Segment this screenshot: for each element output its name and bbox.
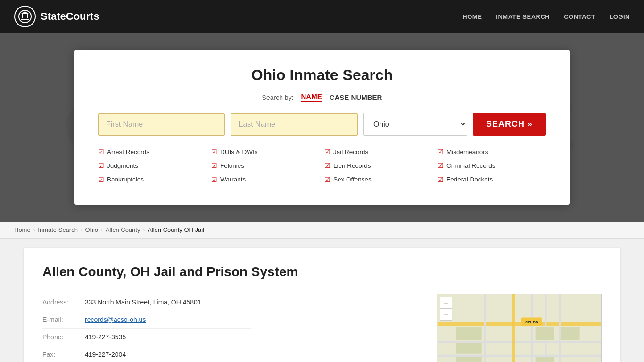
email-link[interactable]: records@acso-oh.us bbox=[85, 316, 146, 323]
checkmark-icon: ☑ bbox=[211, 146, 217, 158]
tab-name[interactable]: NAME bbox=[301, 92, 322, 102]
breadcrumb-sep: › bbox=[81, 227, 83, 233]
last-name-input[interactable] bbox=[231, 113, 357, 136]
tab-case-number[interactable]: CASE NUMBER bbox=[330, 93, 382, 101]
nav-home[interactable]: HOME bbox=[462, 13, 482, 20]
checkbox-arrest-records: ☑ Arrest Records bbox=[98, 146, 206, 158]
svg-rect-1 bbox=[21, 19, 29, 20]
logo-text: StateCourts bbox=[41, 10, 99, 23]
breadcrumb-sep: › bbox=[101, 227, 103, 233]
checkbox-judgments: ☑ Judgments bbox=[98, 160, 206, 172]
checkbox-label: Lien Records bbox=[333, 160, 371, 172]
info-label-email: E-mail: bbox=[42, 311, 85, 329]
checkbox-jail-records: ☑ Jail Records bbox=[324, 146, 433, 158]
svg-rect-9 bbox=[438, 341, 601, 343]
map-zoom-out[interactable]: − bbox=[440, 309, 452, 320]
checkbox-label: Judgments bbox=[107, 160, 138, 172]
breadcrumb-sep: › bbox=[33, 227, 35, 233]
svg-rect-14 bbox=[531, 294, 533, 362]
checkbox-label: Arrest Records bbox=[107, 147, 149, 158]
hero-section: COURTHOUSE Ohio Inmate Search Search by:… bbox=[0, 33, 644, 222]
search-by-label: Search by: bbox=[262, 94, 294, 101]
svg-rect-22 bbox=[536, 327, 554, 340]
info-row-email: E-mail: records@acso-oh.us bbox=[42, 311, 251, 329]
content-left: Address: 333 North Main Street, Lima, OH… bbox=[42, 294, 422, 362]
checkmark-icon: ☑ bbox=[211, 174, 217, 186]
first-name-input[interactable] bbox=[98, 113, 225, 136]
checkbox-label: Criminal Records bbox=[446, 160, 495, 172]
svg-rect-8 bbox=[438, 322, 601, 326]
search-button[interactable]: SEARCH » bbox=[473, 113, 546, 136]
search-by-row: Search by: NAME CASE NUMBER bbox=[98, 92, 546, 102]
logo-icon bbox=[14, 6, 36, 27]
info-value-phone: 419-227-3535 bbox=[85, 329, 251, 346]
svg-rect-4 bbox=[25, 13, 25, 18]
checkbox-criminal-records: ☑ Criminal Records bbox=[438, 160, 546, 172]
content-card: Allen County, OH Jail and Prison System … bbox=[24, 248, 620, 362]
checkbox-felonies: ☑ Felonies bbox=[211, 160, 320, 172]
svg-rect-2 bbox=[22, 18, 28, 18]
logo-area: StateCourts bbox=[14, 6, 99, 27]
svg-rect-5 bbox=[27, 14, 28, 18]
site-header: StateCourts HOME INMATE SEARCH CONTACT L… bbox=[0, 0, 644, 33]
jail-title: Allen County, OH Jail and Prison System bbox=[42, 264, 602, 280]
checkbox-label: Jail Records bbox=[333, 147, 368, 158]
info-label-phone: Phone: bbox=[42, 329, 85, 346]
checkbox-sex-offenses: ☑ Sex Offenses bbox=[324, 174, 433, 186]
map-zoom-in[interactable]: + bbox=[440, 297, 452, 309]
breadcrumb-current: Allen County OH Jail bbox=[148, 226, 204, 233]
content-layout: Address: 333 North Main Street, Lima, OH… bbox=[42, 294, 602, 362]
svg-rect-24 bbox=[456, 357, 481, 362]
checkmark-icon: ☑ bbox=[324, 160, 330, 172]
info-value-address: 333 North Main Street, Lima, OH 45801 bbox=[85, 294, 251, 311]
svg-rect-21 bbox=[456, 343, 481, 354]
checkbox-lien-records: ☑ Lien Records bbox=[324, 160, 433, 172]
search-inputs-row: Ohio Alabama Alaska Arizona California C… bbox=[98, 113, 546, 136]
checkmark-icon: ☑ bbox=[98, 146, 104, 158]
checkbox-label: Warrants bbox=[220, 174, 246, 185]
svg-rect-23 bbox=[561, 327, 580, 340]
info-value-fax: 419-227-2004 bbox=[85, 346, 251, 362]
checkbox-bankruptcies: ☑ Bankruptcies bbox=[98, 174, 206, 186]
checkmark-icon: ☑ bbox=[438, 160, 444, 172]
nav-login[interactable]: LOGIN bbox=[609, 13, 630, 20]
checkbox-label: Federal Dockets bbox=[446, 174, 493, 185]
map-container: + − bbox=[437, 294, 602, 362]
svg-rect-10 bbox=[438, 355, 601, 357]
checkmark-icon: ☑ bbox=[211, 160, 217, 172]
checkmark-icon: ☑ bbox=[324, 146, 330, 158]
breadcrumb-allen-county[interactable]: Allen County bbox=[106, 226, 140, 233]
content-right: + − bbox=[437, 294, 602, 362]
svg-rect-17 bbox=[484, 294, 486, 362]
checkbox-label: Bankruptcies bbox=[107, 174, 144, 185]
checkmark-icon: ☑ bbox=[98, 174, 104, 186]
svg-rect-16 bbox=[559, 294, 561, 362]
info-row-address: Address: 333 North Main Street, Lima, OH… bbox=[42, 294, 251, 311]
breadcrumb-sep: › bbox=[143, 227, 145, 233]
breadcrumb-inmate-search[interactable]: Inmate Search bbox=[38, 226, 78, 233]
checkbox-warrants: ☑ Warrants bbox=[211, 174, 320, 186]
svg-rect-13 bbox=[512, 294, 515, 362]
checkbox-label: Felonies bbox=[220, 160, 244, 172]
svg-rect-25 bbox=[536, 357, 554, 362]
svg-rect-20 bbox=[456, 327, 481, 340]
checkbox-duis: ☑ DUIs & DWIs bbox=[211, 146, 320, 158]
svg-text:SR 65: SR 65 bbox=[525, 319, 538, 324]
nav-contact[interactable]: CONTACT bbox=[564, 13, 595, 20]
checkbox-federal-dockets: ☑ Federal Dockets bbox=[438, 174, 546, 186]
info-label-fax: Fax: bbox=[42, 346, 85, 362]
info-row-fax: Fax: 419-227-2004 bbox=[42, 346, 251, 362]
main-nav: HOME INMATE SEARCH CONTACT LOGIN bbox=[462, 13, 630, 20]
breadcrumb-ohio[interactable]: Ohio bbox=[85, 226, 98, 233]
search-card: Ohio Inmate Search Search by: NAME CASE … bbox=[74, 50, 570, 205]
info-label-address: Address: bbox=[42, 294, 85, 311]
info-table: Address: 333 North Main Street, Lima, OH… bbox=[42, 294, 251, 362]
breadcrumb-home[interactable]: Home bbox=[14, 226, 31, 233]
state-select[interactable]: Ohio Alabama Alaska Arizona California C… bbox=[363, 113, 467, 136]
info-row-phone: Phone: 419-227-3535 bbox=[42, 329, 251, 346]
svg-rect-3 bbox=[22, 14, 23, 18]
nav-inmate-search[interactable]: INMATE SEARCH bbox=[496, 13, 550, 20]
info-value-email: records@acso-oh.us bbox=[85, 311, 251, 329]
search-card-title: Ohio Inmate Search bbox=[98, 66, 546, 84]
checkmark-icon: ☑ bbox=[98, 160, 104, 172]
